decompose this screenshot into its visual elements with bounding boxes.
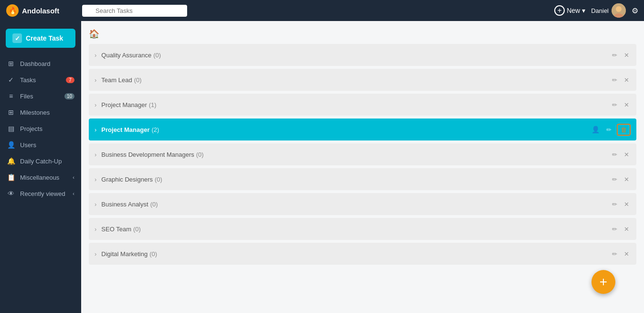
group-expand-icon[interactable]: › xyxy=(95,176,96,183)
close-group-button[interactable]: ✕ xyxy=(623,150,631,160)
edit-group-button[interactable]: ✏ xyxy=(611,224,619,234)
close-group-button[interactable]: ✕ xyxy=(623,224,631,234)
group-name: Graphic Designers xyxy=(101,176,153,183)
group-name: Quality Assurance xyxy=(101,52,151,59)
milestones-icon: ⊞ xyxy=(7,108,15,116)
group-actions: ✏ ✕ xyxy=(611,199,631,209)
group-name: Business Analyst xyxy=(101,201,148,208)
search-wrapper: 🔍 xyxy=(82,5,187,17)
tasks-badge: 7 xyxy=(66,77,74,83)
sidebar-item-dashboard[interactable]: ⊞ Dashboard xyxy=(0,55,81,72)
brand-logo-icon: 🔥 xyxy=(6,4,19,17)
avatar xyxy=(612,3,626,18)
group-name: Project Manager xyxy=(101,101,147,108)
recently-viewed-icon: 👁 xyxy=(7,190,15,197)
svg-point-3 xyxy=(616,6,622,12)
content-area: 🏠 › Quality Assurance (0) ✏ ✕ › Team Lea… xyxy=(81,21,644,313)
group-count: (2) xyxy=(152,126,159,133)
group-actions: 👤 ✏ 🗑 xyxy=(590,124,631,136)
edit-group-button[interactable]: ✏ xyxy=(611,150,619,160)
assign-group-button[interactable]: 👤 xyxy=(590,124,601,135)
edit-group-button[interactable]: ✏ xyxy=(611,174,619,184)
group-expand-icon[interactable]: › xyxy=(95,101,96,108)
sidebar-item-daily-catchup[interactable]: 🔔 Daily Catch-Up xyxy=(0,153,81,169)
group-count: (0) xyxy=(133,226,141,233)
group-row-seo-team: › SEO Team (0) ✏ ✕ xyxy=(89,218,636,240)
group-expand-icon[interactable]: › xyxy=(95,52,96,59)
sidebar-item-label: Recently viewed xyxy=(20,190,65,197)
edit-group-button[interactable]: ✏ xyxy=(611,199,619,209)
add-fab-button[interactable]: + xyxy=(591,270,615,294)
group-count: (0) xyxy=(155,176,162,183)
edit-group-button[interactable]: ✏ xyxy=(611,100,619,110)
users-icon: 👤 xyxy=(7,141,15,149)
group-row-business-analyst: › Business Analyst (0) ✏ ✕ xyxy=(89,193,636,215)
close-group-button[interactable]: ✕ xyxy=(623,199,631,209)
top-navbar: 🔥 Andolasoft 🔍 + New ▾ Daniel ⚙ xyxy=(0,0,644,21)
group-expand-icon[interactable]: › xyxy=(95,201,96,208)
navbar-right: + New ▾ Daniel ⚙ xyxy=(554,3,638,18)
new-button[interactable]: + New ▾ xyxy=(554,5,585,16)
group-count: (0) xyxy=(149,250,157,258)
files-badge: 10 xyxy=(64,93,74,99)
create-task-label: Create Task xyxy=(26,34,63,42)
group-actions: ✏ ✕ xyxy=(611,75,631,85)
sidebar-item-miscellaneous[interactable]: 📋 Miscellaneous ‹ xyxy=(0,169,81,185)
sidebar-item-projects[interactable]: ▤ Projects xyxy=(0,120,81,137)
miscellaneous-icon: 📋 xyxy=(7,173,15,181)
tasks-icon: ✓ xyxy=(7,76,15,84)
settings-icon[interactable]: ⚙ xyxy=(632,6,638,15)
projects-icon: ▤ xyxy=(7,125,15,132)
group-actions: ✏ ✕ xyxy=(611,50,631,60)
brand: 🔥 Andolasoft xyxy=(6,4,82,17)
svg-text:🔥: 🔥 xyxy=(9,7,17,15)
sidebar-item-milestones[interactable]: ⊞ Milestones xyxy=(0,104,81,120)
close-group-button[interactable]: ✕ xyxy=(623,249,631,259)
group-row-team-lead: › Team Lead (0) ✏ ✕ xyxy=(89,69,636,91)
group-count: (0) xyxy=(153,52,161,59)
edit-group-button[interactable]: ✏ xyxy=(611,50,619,60)
group-row-digital-marketing: › Digital Marketing (0) ✏ ✕ xyxy=(89,243,636,265)
home-icon[interactable]: 🏠 xyxy=(89,29,99,39)
edit-group-button[interactable]: ✏ xyxy=(611,249,619,259)
sidebar-item-files[interactable]: ≡ Files 10 xyxy=(0,88,81,104)
group-count: (0) xyxy=(196,151,204,158)
delete-group-button[interactable]: 🗑 xyxy=(617,124,631,136)
edit-group-button[interactable]: ✏ xyxy=(611,75,619,85)
group-name: Team Lead xyxy=(101,76,132,84)
search-input[interactable] xyxy=(82,5,187,17)
close-group-button[interactable]: ✕ xyxy=(623,174,631,184)
group-actions: ✏ ✕ xyxy=(611,150,631,160)
close-group-button[interactable]: ✕ xyxy=(623,100,631,110)
search-area: 🔍 xyxy=(82,5,554,17)
sidebar-item-label: Projects xyxy=(20,125,42,132)
close-group-button[interactable]: ✕ xyxy=(623,75,631,85)
sidebar-item-label: Tasks xyxy=(20,76,36,84)
create-task-button[interactable]: ✓ Create Task xyxy=(6,29,75,48)
sidebar-item-label: Files xyxy=(20,93,33,100)
sidebar-item-users[interactable]: 👤 Users xyxy=(0,137,81,153)
group-row-qa: › Quality Assurance (0) ✏ ✕ xyxy=(89,44,636,66)
new-label: New xyxy=(567,7,580,14)
sidebar-item-tasks[interactable]: ✓ Tasks 7 xyxy=(0,72,81,88)
new-plus-icon: + xyxy=(554,5,565,16)
group-expand-icon[interactable]: › xyxy=(95,226,96,233)
add-fab-icon: + xyxy=(600,274,607,290)
recently-viewed-chevron-icon: ‹ xyxy=(73,191,74,196)
close-group-button[interactable]: ✕ xyxy=(623,50,631,60)
group-expand-icon[interactable]: › xyxy=(95,250,96,258)
sidebar: ✓ Create Task ⊞ Dashboard ✓ Tasks 7 ≡ Fi… xyxy=(0,21,81,313)
user-area[interactable]: Daniel xyxy=(591,3,626,18)
sidebar-item-label: Daily Catch-Up xyxy=(20,158,62,165)
group-count: (1) xyxy=(149,101,157,108)
sidebar-item-label: Miscellaneous xyxy=(20,174,59,181)
daily-catchup-icon: 🔔 xyxy=(7,157,15,165)
group-expand-icon[interactable]: › xyxy=(95,126,96,133)
group-actions: ✏ ✕ xyxy=(611,100,631,110)
sidebar-item-recently-viewed[interactable]: 👁 Recently viewed ‹ xyxy=(0,185,81,202)
group-expand-icon[interactable]: › xyxy=(95,76,96,84)
group-name: Digital Marketing xyxy=(101,250,148,258)
files-icon: ≡ xyxy=(7,92,15,100)
edit-group-button[interactable]: ✏ xyxy=(605,125,613,135)
group-expand-icon[interactable]: › xyxy=(95,151,96,158)
